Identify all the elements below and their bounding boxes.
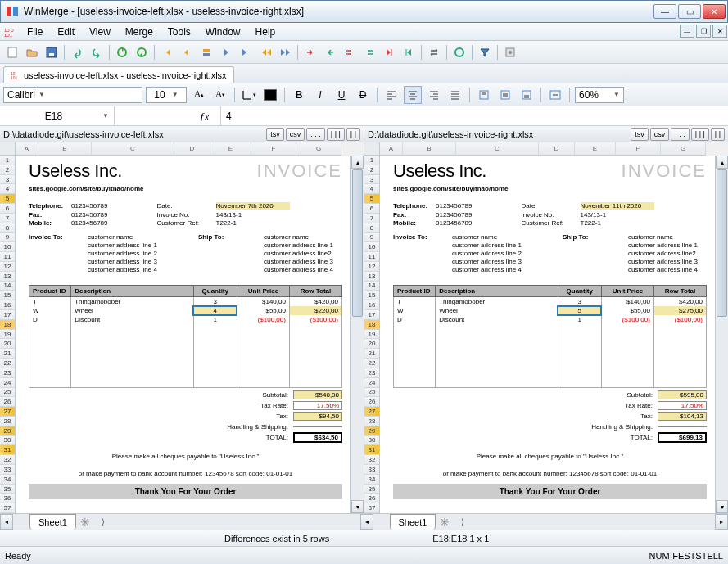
- valign-middle-button[interactable]: [496, 86, 514, 104]
- row-header[interactable]: 4: [364, 184, 379, 194]
- row-header[interactable]: 23: [364, 368, 379, 378]
- row-header[interactable]: 8: [364, 223, 379, 233]
- row-header[interactable]: 25: [364, 388, 379, 398]
- undo-icon[interactable]: [68, 43, 86, 61]
- row-header[interactable]: 17: [0, 310, 15, 320]
- copy-right-icon[interactable]: [301, 43, 319, 61]
- col-header[interactable]: A: [380, 142, 403, 156]
- row-header[interactable]: 14: [0, 282, 15, 291]
- row-header[interactable]: 37: [0, 503, 15, 513]
- menu-tools[interactable]: Tools: [161, 23, 198, 40]
- view-mode-2[interactable]: : : :: [671, 128, 690, 141]
- row-header[interactable]: 28: [0, 417, 15, 426]
- copy-left-icon[interactable]: [321, 43, 339, 61]
- view-mode-0[interactable]: tsv: [266, 128, 284, 141]
- font-color-icon[interactable]: [261, 86, 279, 104]
- row-header[interactable]: 35: [364, 485, 379, 494]
- vertical-scrollbar[interactable]: ▴▾: [715, 156, 728, 513]
- bold-button[interactable]: B: [290, 86, 308, 104]
- row-header[interactable]: 32: [0, 455, 15, 465]
- row-header[interactable]: 24: [0, 378, 15, 388]
- row-header[interactable]: 5: [364, 194, 379, 204]
- table-row[interactable]: TThingamobober 3 $140,00 $420,00: [29, 297, 342, 307]
- menu-window[interactable]: Window: [198, 23, 248, 40]
- col-header[interactable]: A: [16, 142, 38, 156]
- sheet-menu-button[interactable]: ⟩: [94, 514, 112, 530]
- diff-stack-icon[interactable]: [197, 43, 215, 61]
- col-header[interactable]: B: [403, 142, 456, 156]
- row-header[interactable]: 26: [364, 397, 379, 407]
- increase-font-icon[interactable]: A▴: [190, 86, 208, 104]
- redo-icon[interactable]: [88, 43, 106, 61]
- row-header[interactable]: 23: [0, 368, 15, 378]
- row-header[interactable]: 8: [0, 223, 15, 233]
- row-header[interactable]: 36: [364, 494, 379, 503]
- row-header[interactable]: 10: [364, 242, 379, 252]
- row-header[interactable]: 5: [0, 194, 15, 204]
- vertical-scrollbar[interactable]: ▴▾: [350, 156, 364, 513]
- copy-left-next-icon[interactable]: [360, 43, 378, 61]
- document-tab[interactable]: 10101 useless-invoice-left.xlsx - useles…: [3, 66, 234, 83]
- last-diff-icon[interactable]: [237, 43, 255, 61]
- new-sheet-button-r[interactable]: ✳: [436, 514, 454, 530]
- table-row[interactable]: DDiscount 1 ($100,00) ($100,00): [394, 315, 707, 324]
- row-header[interactable]: 26: [0, 397, 15, 407]
- row-header[interactable]: 30: [0, 436, 15, 446]
- hscroll-first-button[interactable]: ◂: [0, 514, 13, 530]
- minimize-button[interactable]: —: [653, 4, 676, 19]
- menu-edit[interactable]: Edit: [50, 23, 82, 40]
- row-header[interactable]: 9: [0, 233, 15, 243]
- align-right-button[interactable]: [425, 86, 443, 104]
- view-mode-2[interactable]: : : :: [306, 128, 325, 141]
- align-center-button[interactable]: [404, 86, 422, 104]
- row-header[interactable]: 7: [364, 214, 379, 223]
- mdi-close-button[interactable]: ✕: [712, 25, 727, 38]
- row-header[interactable]: 3: [364, 175, 379, 185]
- row-header[interactable]: 6: [0, 204, 15, 214]
- menu-merge[interactable]: Merge: [118, 23, 161, 40]
- row-header[interactable]: 29: [0, 426, 15, 436]
- row-header[interactable]: 1: [364, 156, 379, 165]
- row-header[interactable]: 2: [0, 165, 15, 175]
- row-header[interactable]: 7: [0, 214, 15, 223]
- row-header[interactable]: 33: [364, 465, 379, 475]
- valign-bottom-button[interactable]: [518, 86, 536, 104]
- menu-file[interactable]: File: [20, 23, 50, 40]
- filter-icon[interactable]: [476, 43, 494, 61]
- strike-button[interactable]: D: [354, 86, 372, 104]
- row-header[interactable]: 21: [364, 349, 379, 359]
- col-header[interactable]: C: [92, 142, 174, 156]
- col-header[interactable]: B: [38, 142, 92, 156]
- row-header[interactable]: 36: [0, 494, 15, 503]
- col-header[interactable]: E: [210, 142, 251, 156]
- zoom-combo[interactable]: 60%▼: [575, 87, 624, 103]
- row-header[interactable]: 28: [364, 417, 379, 426]
- col-header[interactable]: E: [575, 142, 616, 156]
- row-header[interactable]: 16: [0, 300, 15, 310]
- col-header[interactable]: F: [251, 142, 296, 156]
- copy-right-next-icon[interactable]: [341, 43, 359, 61]
- row-header[interactable]: 11: [364, 252, 379, 262]
- col-header[interactable]: D: [174, 142, 210, 156]
- row-header[interactable]: 13: [0, 272, 15, 282]
- row-header[interactable]: 17: [364, 310, 379, 320]
- hscroll-last-button[interactable]: ▸: [715, 514, 728, 530]
- row-header[interactable]: 29: [364, 426, 379, 436]
- all-left-icon[interactable]: [400, 43, 418, 61]
- menu-view[interactable]: View: [82, 23, 118, 40]
- row-header[interactable]: 14: [364, 282, 379, 291]
- row-header[interactable]: 33: [0, 465, 15, 475]
- view-mode-3[interactable]: | | |: [691, 128, 709, 141]
- align-left-button[interactable]: [382, 86, 400, 104]
- row-header[interactable]: 1: [0, 156, 15, 165]
- row-header[interactable]: 35: [0, 485, 15, 494]
- font-family-combo[interactable]: Calibri▼: [3, 87, 142, 103]
- view-mode-4[interactable]: | |: [346, 128, 360, 141]
- italic-button[interactable]: I: [311, 86, 329, 104]
- view-mode-1[interactable]: csv: [650, 128, 670, 141]
- table-row[interactable]: WWheel 4 $55,00 $220,00: [29, 306, 342, 315]
- row-header[interactable]: 10: [0, 242, 15, 252]
- row-header[interactable]: 25: [0, 388, 15, 398]
- name-box[interactable]: E18 ▼: [0, 106, 115, 125]
- row-header[interactable]: 21: [0, 349, 15, 359]
